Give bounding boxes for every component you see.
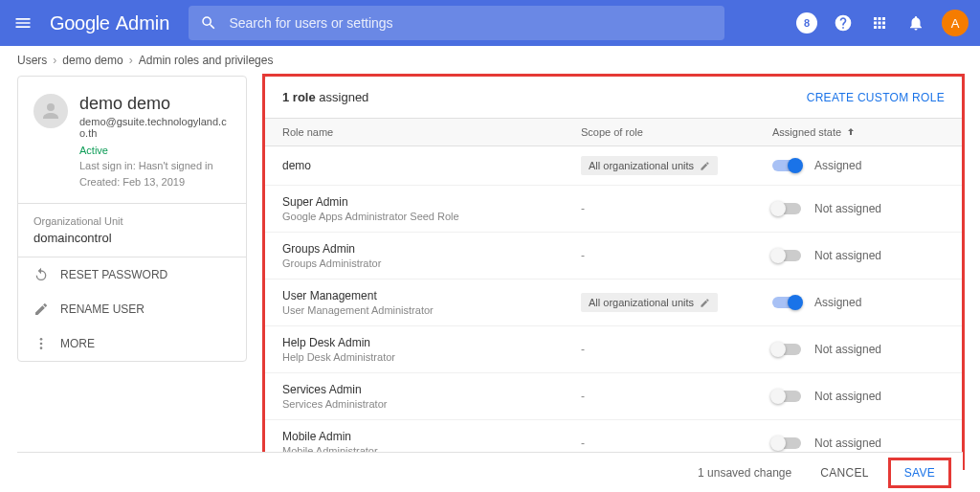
pencil-icon	[700, 161, 710, 171]
cancel-button[interactable]: CANCEL	[820, 466, 868, 480]
scope-chip[interactable]: All organizational units	[581, 293, 718, 312]
state-text: Not assigned	[814, 390, 881, 403]
state-cell: Not assigned	[772, 436, 945, 450]
role-description: Groups Administrator	[282, 257, 581, 269]
table-header: Role name Scope of role Assigned state	[265, 118, 962, 146]
user-display-name: demo demo	[79, 94, 231, 114]
table-row: Help Desk AdminHelp Desk Administrator-N…	[265, 326, 962, 373]
user-email: demo@gsuite.technologyland.co.th	[79, 116, 231, 139]
content: demo demo demo@gsuite.technologyland.co.…	[0, 76, 980, 492]
user-info: demo demo demo@gsuite.technologyland.co.…	[79, 94, 231, 190]
user-card: demo demo demo@gsuite.technologyland.co.…	[17, 76, 247, 362]
pencil-icon	[33, 302, 49, 317]
scope-chip[interactable]: All organizational units	[581, 156, 718, 175]
search-input[interactable]	[229, 15, 713, 31]
role-name-cell: demo	[282, 159, 581, 172]
search-bar[interactable]	[189, 6, 724, 40]
state-cell: Not assigned	[772, 249, 945, 262]
table-row: Groups AdminGroups Administrator-Not ass…	[265, 233, 962, 280]
breadcrumb-user[interactable]: demo demo	[62, 54, 122, 67]
user-created: Created: Feb 13, 2019	[79, 174, 231, 190]
svg-point-2	[40, 343, 43, 346]
main-panel: 1 role assigned CREATE CUSTOM ROLE Role …	[264, 76, 963, 492]
role-description: User Management Administrator	[282, 304, 581, 316]
assign-toggle[interactable]	[772, 344, 801, 355]
table-row: Services AdminServices Administrator-Not…	[265, 373, 962, 420]
more-vert-icon	[33, 336, 49, 351]
rename-user-button[interactable]: RENAME USER	[18, 292, 246, 326]
role-name-cell: Super AdminGoogle Apps Administrator See…	[282, 195, 581, 222]
header-actions: 8 A	[796, 10, 969, 36]
scope-cell: -	[581, 343, 772, 356]
scope-cell: -	[581, 436, 772, 450]
state-cell: Not assigned	[772, 343, 945, 356]
svg-point-3	[40, 347, 43, 349]
user-sidebar: demo demo demo@gsuite.technologyland.co.…	[17, 76, 247, 492]
state-text: Not assigned	[814, 249, 881, 262]
role-name-cell: User ManagementUser Management Administr…	[282, 289, 581, 316]
assign-toggle[interactable]	[772, 391, 801, 402]
state-cell: Not assigned	[772, 390, 945, 403]
role-name: Services Admin	[282, 383, 581, 396]
user-avatar[interactable]: A	[942, 10, 969, 36]
role-description: Help Desk Administrator	[282, 351, 581, 363]
svg-point-0	[47, 103, 55, 111]
svg-point-1	[40, 338, 43, 341]
scope-cell: -	[581, 249, 772, 262]
reset-password-button[interactable]: RESET PASSWORD	[18, 257, 246, 292]
assign-toggle[interactable]	[772, 437, 801, 449]
role-name: Groups Admin	[282, 242, 581, 256]
roles-panel: 1 role assigned CREATE CUSTOM ROLE Role …	[264, 76, 963, 492]
column-assigned-state[interactable]: Assigned state	[772, 126, 945, 138]
state-cell: Not assigned	[772, 202, 945, 215]
person-icon	[33, 94, 68, 128]
chevron-right-icon: ›	[53, 54, 56, 67]
more-button[interactable]: MORE	[18, 326, 246, 361]
role-name: Help Desk Admin	[282, 336, 581, 349]
unsaved-changes-text: 1 unsaved change	[698, 466, 791, 480]
user-summary: demo demo demo@gsuite.technologyland.co.…	[18, 77, 246, 203]
role-name: demo	[282, 159, 581, 172]
breadcrumb-users[interactable]: Users	[17, 54, 47, 67]
column-role-name[interactable]: Role name	[282, 126, 581, 138]
breadcrumb: Users › demo demo › Admin roles and priv…	[0, 46, 980, 76]
state-text: Assigned	[814, 159, 861, 172]
role-name: Super Admin	[282, 195, 581, 209]
role-name-cell: Services AdminServices Administrator	[282, 383, 581, 410]
apps-icon[interactable]	[869, 12, 890, 34]
footer-bar: 1 unsaved change CANCEL SAVE	[17, 452, 963, 492]
role-name: User Management	[282, 289, 581, 302]
save-button[interactable]: SAVE	[888, 458, 951, 488]
table-body: demoAll organizational units AssignedSup…	[265, 146, 962, 492]
org-unit-section: Organizational Unit domaincontrol	[18, 203, 246, 257]
user-status: Active	[79, 145, 231, 156]
org-unit-label: Organizational Unit	[33, 215, 231, 227]
bell-icon[interactable]	[905, 12, 926, 34]
state-cell: Assigned	[772, 296, 945, 309]
logo-secondary: Admin	[116, 12, 170, 34]
hamburger-icon[interactable]	[11, 11, 34, 34]
scope-empty: -	[581, 343, 585, 356]
chevron-right-icon: ›	[129, 54, 133, 67]
assign-toggle[interactable]	[772, 297, 801, 308]
table-row: Super AdminGoogle Apps Administrator See…	[265, 186, 962, 233]
table-row: demoAll organizational units Assigned	[265, 146, 962, 186]
org-unit-value: domaincontrol	[33, 231, 231, 245]
panel-header: 1 role assigned CREATE CUSTOM ROLE	[265, 77, 962, 118]
create-custom-role-button[interactable]: CREATE CUSTOM ROLE	[807, 91, 945, 104]
reset-icon	[33, 267, 49, 282]
roles-count-title: 1 role assigned	[282, 90, 368, 104]
search-icon	[200, 14, 217, 32]
logo: Google Admin	[50, 12, 169, 34]
more-label: MORE	[60, 337, 95, 350]
scope-empty: -	[581, 436, 585, 450]
role-name: Mobile Admin	[282, 430, 581, 443]
column-scope[interactable]: Scope of role	[581, 126, 772, 138]
scope-empty: -	[581, 390, 585, 403]
state-text: Not assigned	[814, 436, 881, 450]
notification-count-badge[interactable]: 8	[796, 12, 817, 34]
assign-toggle[interactable]	[772, 250, 801, 261]
help-icon[interactable]	[833, 12, 854, 34]
assign-toggle[interactable]	[772, 203, 801, 214]
assign-toggle[interactable]	[772, 160, 801, 171]
